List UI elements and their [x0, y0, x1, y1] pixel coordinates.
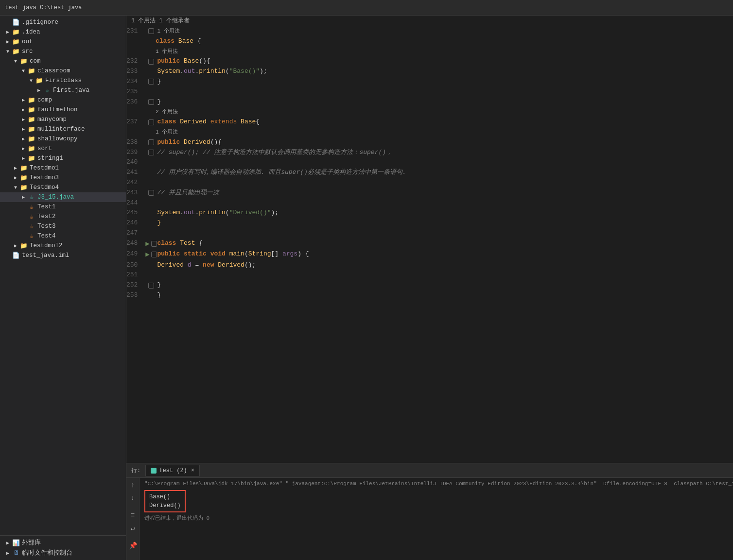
sidebar-item-test3[interactable]: ☕ Test3	[0, 221, 126, 231]
sidebar-item-test4[interactable]: ☕ Test4	[0, 231, 126, 241]
code-line-238a: 1 个用法	[126, 127, 733, 137]
console-output-block: Base() Derived()	[144, 490, 728, 512]
sidebar-item-testdmo4[interactable]: ▼ 📁 Testdmo4	[0, 183, 126, 192]
sidebar-item-test1[interactable]: ☕ Test1	[0, 202, 126, 212]
pin-button[interactable]: 📌	[128, 541, 138, 550]
sidebar-item-testdmo3[interactable]: ▶ 📁 Testdmo3	[0, 173, 126, 183]
console-output: "C:\Program Files\Java\jdk-17\bin\java.e…	[140, 478, 733, 560]
usage-count: 1 个用法 1 个继承者	[131, 17, 190, 24]
breakpoint-icon	[148, 59, 154, 65]
sidebar-item-externallib[interactable]: ▶ 📊 外部库	[0, 538, 126, 548]
sidebar-item-iml[interactable]: 📄 test_java.iml	[0, 251, 126, 260]
console-exit-line: 进程已结束，退出代码为 0	[144, 514, 728, 523]
sidebar: 📄 .gitignore ▶ 📁 .idea ▶ 📁 out ▼	[0, 16, 126, 560]
console-left-buttons: ↑ ↓ ≡ ↵ 📌	[126, 478, 140, 560]
sidebar-item-firstclass[interactable]: ▼ 📁 Firstclass	[0, 76, 126, 85]
breakpoint-icon	[148, 190, 154, 196]
editor-area: 1 个用法 1 个继承者 231 1 个用法 class Base {	[126, 16, 733, 560]
sidebar-item-comp[interactable]: ▶ 📁 comp	[0, 95, 126, 105]
scroll-down-button[interactable]: ↓	[128, 493, 138, 503]
title-bar-text: test_java C:\test_java	[5, 4, 82, 11]
sidebar-item-classroom[interactable]: ▼ 📁 classroom	[0, 66, 126, 76]
code-line-244: 244	[126, 198, 733, 208]
code-line-253: 253 }	[126, 290, 733, 301]
console-output-line2: Derived()	[149, 501, 181, 510]
code-line-247: 247	[126, 228, 733, 238]
console-derived-output: Derived()	[149, 502, 181, 509]
console-cmd-line: "C:\Program Files\Java\jdk-17\bin\java.e…	[144, 480, 728, 488]
tab-java-icon	[151, 468, 157, 474]
code-line-246: 246 }	[126, 218, 733, 228]
tab-test2[interactable]: Test (2) ×	[145, 465, 200, 476]
tab-label: Test (2)	[159, 467, 187, 474]
code-line-241: 241 // 用户没有写时,编译器会自动添加. 而且super()必须是子类构造…	[126, 168, 733, 178]
console-cmd-text: "C:\Program Files\Java\jdk-17\bin\java.e…	[144, 481, 733, 487]
sidebar-item-shallowcopy[interactable]: ▶ 📁 shallowcopy	[0, 134, 126, 144]
bottom-tabs-bar: 行: Test (2) ×	[126, 463, 733, 478]
code-line-235: 235	[126, 87, 733, 97]
sidebar-item-src[interactable]: ▼ 📁 src	[0, 47, 126, 56]
sidebar-item-manycomp[interactable]: ▶ 📁 manycomp	[0, 115, 126, 124]
code-line-242: 242	[126, 178, 733, 188]
breakpoint-icon	[151, 252, 157, 257]
sidebar-item-mullinterface[interactable]: ▶ 📁 mullinterface	[0, 124, 126, 134]
run-arrow-icon[interactable]: ▶	[145, 238, 149, 249]
code-line-234: 234 }	[126, 77, 733, 87]
run-arrow-icon[interactable]: ▶	[145, 249, 149, 260]
breakpoint-icon	[148, 150, 154, 155]
highlighted-output: Base() Derived()	[144, 490, 186, 512]
sidebar-item-test2[interactable]: ☕ Test2	[0, 212, 126, 221]
scroll-up-button[interactable]: ↑	[128, 480, 138, 490]
console-exit-text: 进程已结束，退出代码为 0	[144, 515, 209, 521]
code-line-250: 250 Derived d = new Derived();	[126, 260, 733, 271]
bottom-panel: 行: Test (2) × ↑ ↓ ≡ ↵ 📌 "C:\Progra	[126, 463, 733, 560]
code-line-232a: 1 个用法	[126, 47, 733, 57]
code-line-238: 238 public Derived(){	[126, 137, 733, 148]
breakpoint-icon	[151, 241, 157, 247]
breakpoint-icon	[148, 28, 154, 34]
code-line-237a: 2 个用法	[126, 107, 733, 117]
file-tree: 📄 .gitignore ▶ 📁 .idea ▶ 📁 out ▼	[0, 16, 126, 535]
code-editor[interactable]: 231 1 个用法 class Base { 1 个用法 232	[126, 26, 733, 463]
title-bar: test_java C:\test_java	[0, 0, 733, 16]
code-line-251: 251	[126, 270, 733, 280]
code-line-236: 236 }	[126, 97, 733, 107]
sidebar-item-testdmol2[interactable]: ▶ 📁 Testdmol2	[0, 241, 126, 251]
code-line-243: 243 // 并且只能出现一次	[126, 188, 733, 198]
sidebar-item-out[interactable]: ▶ 📁 out	[0, 37, 126, 47]
sidebar-item-idea[interactable]: ▶ 📁 .idea	[0, 27, 126, 37]
code-line-231b: class Base {	[126, 36, 733, 47]
filter-button[interactable]: ≡	[128, 510, 138, 520]
console-output-line1: Base()	[149, 492, 181, 501]
breakpoint-icon	[148, 283, 154, 288]
code-line-245: 245 System.out.println("Derived()");	[126, 208, 733, 218]
code-line-231: 231 1 个用法	[126, 26, 733, 36]
run-label: 行:	[131, 466, 140, 475]
sidebar-item-string1[interactable]: ▶ 📁 string1	[0, 153, 126, 163]
code-line-233: 233 System.out.println("Base()");	[126, 67, 733, 77]
code-line-252: 252 }	[126, 280, 733, 290]
sidebar-item-faultmethon[interactable]: ▶ 📁 faultmethon	[0, 105, 126, 115]
breakpoint-icon	[148, 79, 154, 85]
wrap-button[interactable]: ↵	[128, 523, 138, 533]
code-line-239: 239 // super(); // 注意子构造方法中默认会调用基类的无参构造方…	[126, 148, 733, 158]
editor-header: 1 个用法 1 个继承者	[126, 16, 733, 26]
code-line-240: 240	[126, 157, 733, 168]
sidebar-item-com[interactable]: ▼ 📁 com	[0, 56, 126, 66]
breakpoint-icon	[148, 99, 154, 105]
code-line-232: 232 public Base(){	[126, 56, 733, 67]
sidebar-item-testdmo1[interactable]: ▶ 📁 Testdmo1	[0, 163, 126, 173]
tab-close-icon[interactable]: ×	[191, 467, 194, 474]
code-line-237: 237 class Derived extends Base{	[126, 117, 733, 127]
sidebar-item-sort[interactable]: ▶ 📁 sort	[0, 144, 126, 153]
breakpoint-icon	[148, 119, 154, 125]
code-line-249: 249 ▶ public static void main(String[] a…	[126, 249, 733, 260]
sidebar-item-gitignore[interactable]: 📄 .gitignore	[0, 17, 126, 27]
sidebar-bottom: ▶ 📊 外部库 ▶ 🖥 临时文件和控制台	[0, 535, 126, 560]
sidebar-item-firstjava[interactable]: ▶ ☕ First.java	[0, 85, 126, 95]
sidebar-item-j315[interactable]: ▶ ☕ J3_15.java	[0, 192, 126, 202]
sidebar-item-tempfiles[interactable]: ▶ 🖥 临时文件和控制台	[0, 548, 126, 558]
breakpoint-icon	[148, 139, 154, 145]
bottom-content: ↑ ↓ ≡ ↵ 📌 "C:\Program Files\Java\jdk-17\…	[126, 478, 733, 560]
main-layout: 📄 .gitignore ▶ 📁 .idea ▶ 📁 out ▼	[0, 16, 733, 560]
